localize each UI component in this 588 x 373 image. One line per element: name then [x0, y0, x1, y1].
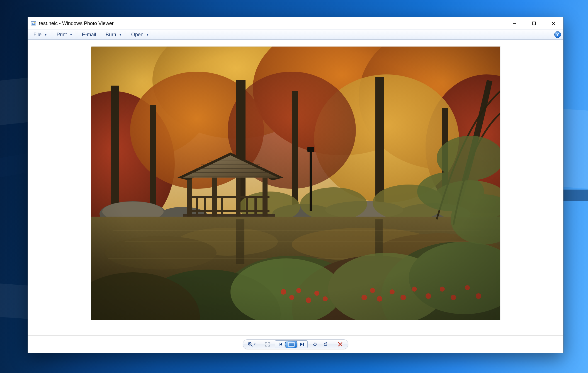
- svg-rect-102: [303, 343, 304, 346]
- navigation-bar: ▼: [28, 335, 563, 353]
- menu-bar: File ▼ Print ▼ E-mail Burn ▼ Open ▼ ?: [28, 30, 563, 40]
- photo-viewer-window: test.heic - Windows Photo Viewer File ▼ …: [28, 17, 563, 353]
- fit-to-window-button[interactable]: [264, 341, 271, 348]
- svg-marker-101: [300, 343, 303, 346]
- svg-line-96: [251, 345, 252, 346]
- menu-burn-label: Burn: [106, 32, 116, 38]
- minimize-button[interactable]: [505, 17, 524, 30]
- rotate-cw-button[interactable]: [322, 341, 329, 348]
- svg-rect-4: [533, 22, 536, 25]
- menu-open-label: Open: [131, 32, 144, 38]
- menu-burn[interactable]: Burn ▼: [103, 31, 125, 39]
- zoom-button[interactable]: ▼: [247, 341, 256, 348]
- prev-next-group: [275, 340, 308, 348]
- help-button[interactable]: ?: [554, 31, 561, 38]
- menu-open[interactable]: Open ▼: [128, 31, 152, 39]
- title-bar[interactable]: test.heic - Windows Photo Viewer: [28, 17, 563, 30]
- dropdown-icon: ▼: [44, 33, 47, 36]
- separator: [333, 341, 333, 347]
- rotate-ccw-button[interactable]: [312, 341, 318, 348]
- window-title: test.heic - Windows Photo Viewer: [39, 21, 114, 26]
- slideshow-icon: [288, 341, 295, 347]
- menu-email[interactable]: E-mail: [79, 31, 99, 39]
- previous-button[interactable]: [275, 341, 286, 348]
- menu-email-label: E-mail: [82, 32, 96, 38]
- image-viewport[interactable]: [28, 40, 563, 335]
- menu-print-label: Print: [57, 32, 67, 38]
- menu-file-label: File: [33, 32, 42, 38]
- dropdown-icon: ▼: [70, 33, 72, 36]
- svg-rect-94: [91, 47, 500, 320]
- next-button[interactable]: [296, 341, 307, 348]
- dropdown-icon: ▼: [146, 33, 149, 36]
- separator: [260, 341, 260, 347]
- svg-rect-99: [279, 343, 280, 346]
- dropdown-icon: ▼: [119, 33, 122, 36]
- delete-button[interactable]: [337, 341, 344, 348]
- navigation-capsule: ▼: [243, 339, 348, 349]
- displayed-image: [91, 47, 500, 320]
- dropdown-icon: ▼: [254, 343, 256, 346]
- app-icon: [30, 20, 37, 27]
- svg-marker-100: [280, 343, 282, 346]
- slideshow-button[interactable]: [285, 340, 297, 348]
- close-button[interactable]: [544, 17, 563, 30]
- maximize-button[interactable]: [524, 17, 544, 30]
- menu-file[interactable]: File ▼: [31, 31, 50, 39]
- svg-point-2: [34, 22, 35, 23]
- window-controls: [505, 17, 563, 30]
- menu-print[interactable]: Print ▼: [54, 31, 75, 39]
